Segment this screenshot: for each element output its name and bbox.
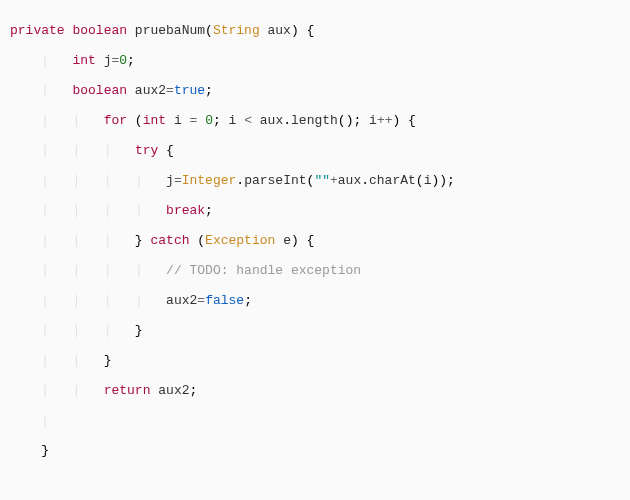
code-line: | [10, 413, 620, 428]
code-line: } [10, 443, 620, 458]
keyword-return: return [104, 383, 151, 398]
keyword-boolean: boolean [72, 23, 127, 38]
code-line: | | | } catch (Exception e) { [10, 233, 620, 248]
code-line: | | | try { [10, 143, 620, 158]
code-line: private boolean pruebaNum(String aux) { [10, 23, 620, 38]
literal-string: "" [314, 173, 330, 188]
param-aux: aux [268, 23, 291, 38]
code-line: | | for (int i = 0; i < aux.length(); i+… [10, 113, 620, 128]
code-line: | | | | j=Integer.parseInt(""+aux.charAt… [10, 173, 620, 188]
keyword-boolean: boolean [72, 83, 127, 98]
keyword-int: int [72, 53, 95, 68]
literal-false: false [205, 293, 244, 308]
comment-todo: // TODO: handle exception [166, 263, 361, 278]
keyword-break: break [166, 203, 205, 218]
code-line: | | } [10, 353, 620, 368]
code-line: | | | | break; [10, 203, 620, 218]
type-string: String [213, 23, 260, 38]
code-editor: private boolean pruebaNum(String aux) { … [0, 0, 630, 481]
literal-true: true [174, 83, 205, 98]
type-integer: Integer [182, 173, 237, 188]
code-line: | int j=0; [10, 53, 620, 68]
method-name: pruebaNum [135, 23, 205, 38]
keyword-for: for [104, 113, 127, 128]
var-i: i [174, 113, 182, 128]
var-e: e [283, 233, 291, 248]
code-line: | | | | // TODO: handle exception [10, 263, 620, 278]
code-line: | boolean aux2=true; [10, 83, 620, 98]
keyword-private: private [10, 23, 65, 38]
code-line: | | | | aux2=false; [10, 293, 620, 308]
keyword-catch: catch [150, 233, 189, 248]
var-aux2: aux2 [135, 83, 166, 98]
keyword-int: int [143, 113, 166, 128]
keyword-try: try [135, 143, 158, 158]
literal-zero: 0 [119, 53, 127, 68]
code-line: | | return aux2; [10, 383, 620, 398]
literal-zero: 0 [205, 113, 213, 128]
type-exception: Exception [205, 233, 275, 248]
code-line: | | | } [10, 323, 620, 338]
